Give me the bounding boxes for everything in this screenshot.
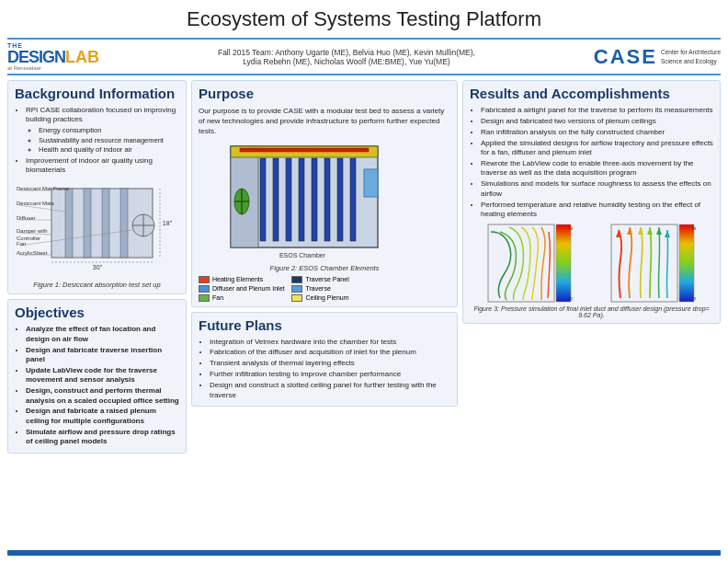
- case-desc-line2: Science and Ecology: [661, 57, 721, 65]
- svg-rect-54: [679, 224, 694, 302]
- bg-sub-2: Sustainability and resource management: [39, 136, 179, 145]
- obj-2: Design and fabricate traverse insertion …: [26, 346, 179, 365]
- svg-text:hi: hi: [569, 225, 573, 231]
- res-3: Ran infiltration analysis on the fully c…: [481, 128, 713, 137]
- fan-label: Fan: [212, 294, 223, 301]
- svg-rect-44: [556, 224, 571, 302]
- legend-col-1: Heating Elements Diffuser and Plenum Inl…: [199, 276, 284, 302]
- obj-1: Analyze the effect of fan location and d…: [26, 325, 179, 344]
- legend-fan: Fan: [199, 294, 284, 302]
- header-row: THE DESIGN LAB at Rensselaer Fall 2015 T…: [7, 38, 721, 75]
- purpose-section: Purpose Our purpose is to provide CASE w…: [191, 80, 458, 307]
- future-plans-bullets: Integration of Velmex hardware into the …: [199, 338, 450, 400]
- purpose-text: Our purpose is to provide CASE with a mo…: [199, 106, 450, 137]
- traverse-swatch: [291, 285, 302, 293]
- case-acronym: CASE: [594, 45, 657, 69]
- middle-column: Purpose Our purpose is to provide CASE w…: [191, 80, 458, 546]
- team-line2: Lydia Rebehn (ME), Nicholas Woolf (ME:BM…: [99, 57, 594, 66]
- legend-heating: Heating Elements: [199, 276, 284, 283]
- design-lab-logo: THE DESIGN LAB at Rensselaer: [7, 42, 99, 71]
- svg-rect-31: [299, 158, 304, 241]
- fp-3: Transient analysis of thermal layering e…: [210, 359, 450, 368]
- obj-5: Design and fabricate a raised plenum cei…: [26, 407, 179, 426]
- diffuser-swatch: [199, 285, 210, 293]
- main-title: Ecosystem of Systems Testing Platform: [7, 7, 721, 31]
- svg-text:lo: lo: [692, 295, 696, 301]
- heating-label: Heating Elements: [212, 276, 263, 282]
- res-7: Performed temperature and relative humid…: [481, 201, 713, 220]
- traverse-label: Traverse: [305, 285, 330, 292]
- background-title: Background Information: [15, 86, 179, 102]
- pressure-figs-area: hi lo: [470, 223, 713, 304]
- svg-text:Desiccant Mat Frame: Desiccant Mat Frame: [17, 186, 70, 191]
- svg-rect-33: [324, 158, 330, 241]
- team-info: Fall 2015 Team: Anthony Ugarte (ME), Bel…: [99, 48, 594, 66]
- obj-6: Simulate airflow and pressure drop ratin…: [26, 428, 179, 447]
- diffuser-label: Diffuser and Plenum Inlet: [212, 285, 284, 292]
- svg-text:AcrylicSheet: AcrylicSheet: [17, 250, 48, 256]
- bg-sub-1: Energy consumption: [39, 126, 179, 135]
- future-plans-title: Future Plans: [199, 317, 450, 334]
- svg-rect-29: [273, 158, 279, 241]
- legend-ceiling: Ceiling Plenum: [291, 294, 348, 302]
- fig3-label: Figure 3: Pressure simulation of final i…: [470, 305, 713, 318]
- ceiling-label: Ceiling Plenum: [305, 294, 348, 301]
- fp-4: Further infiltration testing to improve …: [210, 370, 450, 379]
- objectives-bullets: Analyze the effect of fan location and d…: [15, 325, 179, 446]
- bg-sub-3: Health and quality of indoor air: [39, 145, 179, 155]
- fp-5: Design and construct a slotted ceiling p…: [210, 381, 450, 400]
- case-desc-line1: Center for Architecture: [661, 48, 721, 56]
- svg-text:Diffuser: Diffuser: [17, 215, 36, 221]
- desiccant-diagram-area: 30" 18" Desiccant Mat Frame Desiccant Ma…: [15, 179, 179, 289]
- bg-bullet-1: RPI CASE collaboration focused on improv…: [26, 106, 179, 155]
- logo-lab-text: LAB: [65, 49, 99, 65]
- traverse-panel-swatch: [291, 276, 302, 283]
- ceiling-swatch: [291, 294, 302, 302]
- results-title: Results and Accomplishments: [470, 86, 713, 102]
- purpose-title: Purpose: [199, 86, 450, 102]
- fig2-label: Figure 2: ESOS Chamber Elements: [270, 264, 380, 272]
- svg-rect-35: [350, 158, 356, 241]
- legend-diffuser: Diffuser and Plenum Inlet: [199, 285, 284, 293]
- legend-traverse: Traverse: [291, 285, 348, 293]
- future-plans-section: Future Plans Integration of Velmex hardw…: [191, 312, 458, 408]
- chamber-svg: ESOS Chamber: [222, 142, 428, 261]
- svg-text:hi: hi: [692, 225, 696, 231]
- objectives-title: Objectives: [15, 304, 179, 321]
- traverse-panel-label: Traverse Panel: [305, 276, 348, 282]
- svg-rect-37: [240, 148, 369, 152]
- content-area: Background Information RPI CASE collabor…: [7, 80, 721, 546]
- svg-text:Desiccant Mats: Desiccant Mats: [17, 201, 54, 206]
- chamber-image-area: ESOS Chamber Figure 2: ESOS Chamber Elem…: [199, 142, 450, 272]
- svg-text:Damper with: Damper with: [17, 228, 48, 234]
- legend-traverse-panel: Traverse Panel: [291, 276, 348, 283]
- res-1: Fabricated a airtight panel for the trav…: [481, 106, 713, 115]
- results-bullets: Fabricated a airtight panel for the trav…: [470, 106, 713, 219]
- svg-text:30": 30": [93, 264, 103, 270]
- fp-1: Integration of Velmex hardware into the …: [210, 338, 450, 347]
- pressure-fig-right-svg: hi lo: [609, 223, 697, 304]
- svg-text:Fan: Fan: [17, 241, 26, 247]
- svg-rect-30: [286, 158, 291, 241]
- background-bullets: RPI CASE collaboration focused on improv…: [15, 106, 179, 175]
- svg-rect-34: [337, 158, 343, 241]
- heating-swatch: [199, 276, 210, 283]
- svg-rect-28: [260, 158, 266, 241]
- svg-rect-32: [312, 158, 317, 241]
- res-2: Design and fabricated two versions of pl…: [481, 117, 713, 126]
- pressure-fig-right-container: hi lo: [594, 223, 714, 304]
- svg-text:18": 18": [163, 220, 173, 226]
- objectives-section: Objectives Analyze the effect of fan loc…: [7, 299, 187, 454]
- fig1-label: Figure 1: Desiccant absorption test set …: [15, 281, 179, 289]
- legend-col-2: Traverse Panel Traverse Ceiling Plenum: [291, 276, 348, 302]
- case-logo: CASE Center for Architecture Science and…: [594, 45, 721, 69]
- pressure-fig-left-svg: hi lo: [486, 223, 574, 304]
- obj-4: Design, construct and perform thermal an…: [26, 386, 179, 406]
- svg-text:lo: lo: [569, 295, 573, 301]
- fan-swatch: [199, 294, 210, 302]
- results-section: Results and Accomplishments Fabricated a…: [462, 80, 721, 324]
- legend-area: Heating Elements Diffuser and Plenum Inl…: [199, 276, 450, 302]
- svg-text:ESOS Chamber: ESOS Chamber: [279, 252, 325, 259]
- left-column: Background Information RPI CASE collabor…: [7, 80, 187, 546]
- res-6: Simulations and models for surface rough…: [481, 179, 713, 199]
